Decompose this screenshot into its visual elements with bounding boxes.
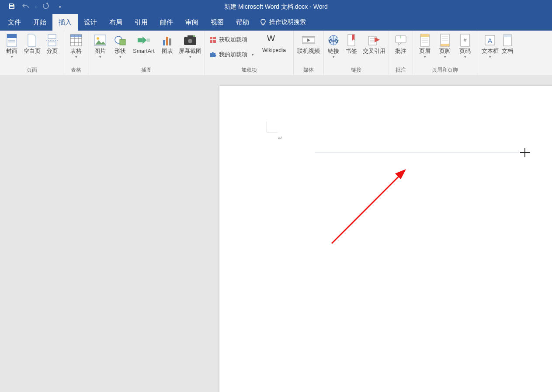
svg-rect-3 xyxy=(8,42,15,42)
tab-layout[interactable]: 布局 xyxy=(103,14,128,31)
svg-rect-28 xyxy=(302,37,315,38)
picture-icon xyxy=(93,33,107,47)
wikipedia-label: Wikipedia xyxy=(262,47,286,53)
svg-rect-16 xyxy=(169,38,171,45)
group-tables-label: 表格 xyxy=(66,65,86,75)
svg-rect-22 xyxy=(210,37,212,39)
puzzle-icon xyxy=(209,51,216,58)
svg-rect-15 xyxy=(166,37,168,45)
chevron-down-icon: ▾ xyxy=(119,55,122,59)
comment-icon: + xyxy=(394,33,408,47)
link-label: 链接 xyxy=(327,48,340,55)
svg-rect-38 xyxy=(441,44,449,46)
footer-label: 页脚 xyxy=(439,48,451,55)
chart-icon xyxy=(160,33,174,47)
group-text: A 文本框 ▾ 文档 xyxy=(477,31,516,75)
chevron-down-icon: ▾ xyxy=(489,55,491,59)
textbox-icon: A xyxy=(483,33,497,47)
bookmark-label: 书签 xyxy=(346,48,357,55)
svg-point-9 xyxy=(97,37,99,40)
ribbon-tabs: 文件 开始 插入 设计 布局 引用 邮件 审阅 视图 帮助 操作说明搜索 xyxy=(0,14,552,31)
table-button[interactable]: 表格 ▾ xyxy=(66,31,86,59)
group-links: 链接 ▾ 书签 交叉引用 链接 xyxy=(324,31,389,75)
cover-page-button[interactable]: 封面 ▾ xyxy=(2,31,22,59)
tab-help[interactable]: 帮助 xyxy=(230,14,255,31)
quick-parts-button[interactable]: 文档 xyxy=(501,31,514,55)
smartart-icon xyxy=(137,33,151,47)
header-button[interactable]: 页眉 ▾ xyxy=(415,31,435,59)
screenshot-button[interactable]: + 屏幕截图 ▾ xyxy=(177,31,203,59)
cover-page-label: 封面 xyxy=(6,48,17,55)
group-header-footer-label: 页眉和页脚 xyxy=(415,65,475,75)
picture-button[interactable]: 图片 ▾ xyxy=(90,31,110,59)
tell-me-search[interactable]: 操作说明搜索 xyxy=(255,14,306,31)
footer-button[interactable]: 页脚 ▾ xyxy=(435,31,455,59)
chevron-down-icon: ▾ xyxy=(75,55,77,59)
group-pages-label: 页面 xyxy=(2,65,62,75)
svg-rect-29 xyxy=(302,42,315,44)
get-addins-button[interactable]: 获取加载项 xyxy=(209,33,254,46)
chart-button[interactable]: 图表 xyxy=(157,31,177,55)
svg-rect-36 xyxy=(420,34,429,37)
smartart-button[interactable]: SmartArt xyxy=(130,31,157,55)
tab-insert[interactable]: 插入 xyxy=(52,14,78,31)
screenshot-label: 屏幕截图 xyxy=(179,48,201,55)
blank-page-button[interactable]: 空白页 xyxy=(22,31,42,55)
svg-rect-11 xyxy=(120,39,125,45)
group-comments: + 批注 批注 xyxy=(389,31,413,75)
page-break-icon xyxy=(45,33,59,47)
bookmark-icon xyxy=(344,33,358,47)
footer-icon xyxy=(438,33,452,47)
svg-text:A: A xyxy=(488,37,492,44)
margin-marker xyxy=(267,121,278,132)
group-addins: 获取加载项 我的加载项 ▾ W Wikipedia 加载项 xyxy=(205,31,294,75)
svg-rect-23 xyxy=(213,37,216,39)
online-video-button[interactable]: 联机视频 xyxy=(295,31,322,55)
shapes-button[interactable]: 形状 ▾ xyxy=(110,31,130,59)
tab-references[interactable]: 引用 xyxy=(128,14,154,31)
get-addins-label: 获取加载项 xyxy=(219,36,247,44)
document-name: 新建 Microsoft Word 文档.docx xyxy=(224,3,308,10)
chevron-down-icon: ▾ xyxy=(333,55,335,59)
page-break-button[interactable]: 分页 xyxy=(42,31,62,55)
table-icon xyxy=(69,33,83,47)
header-label: 页眉 xyxy=(419,48,430,55)
chevron-down-icon: ▾ xyxy=(424,55,426,59)
group-comments-label: 批注 xyxy=(391,65,411,75)
drawn-line-shape[interactable] xyxy=(315,153,519,153)
svg-rect-2 xyxy=(8,40,15,41)
wikipedia-button[interactable]: W Wikipedia xyxy=(257,31,292,53)
svg-point-18 xyxy=(188,39,192,43)
svg-rect-44 xyxy=(503,35,511,37)
store-icon xyxy=(209,36,216,43)
screenshot-icon: + xyxy=(183,33,197,47)
link-button[interactable]: 链接 ▾ xyxy=(326,31,341,59)
my-addins-label: 我的加载项 xyxy=(219,51,247,59)
textbox-label: 文本框 xyxy=(482,48,499,55)
cross-reference-button[interactable]: 交叉引用 xyxy=(361,31,387,55)
save-icon[interactable] xyxy=(7,3,17,11)
textbox-button[interactable]: A 文本框 ▾ xyxy=(479,31,501,59)
shapes-icon xyxy=(113,33,127,47)
addins-list: 获取加载项 我的加载项 ▾ xyxy=(207,31,257,61)
my-addins-button[interactable]: 我的加载项 ▾ xyxy=(209,48,254,61)
tab-file[interactable]: 文件 xyxy=(2,14,27,31)
svg-rect-4 xyxy=(48,35,56,38)
svg-rect-1 xyxy=(7,34,17,38)
tab-home[interactable]: 开始 xyxy=(27,14,52,31)
undo-icon[interactable] xyxy=(21,3,31,11)
qat-separator: · xyxy=(35,3,37,11)
page-number-button[interactable]: # 页码 ▾ xyxy=(455,31,475,59)
chevron-down-icon: ▾ xyxy=(99,55,101,59)
comment-button[interactable]: + 批注 xyxy=(391,31,411,55)
tab-mailings[interactable]: 邮件 xyxy=(154,14,179,31)
customize-qat-icon[interactable]: ▾ xyxy=(55,5,65,9)
picture-label: 图片 xyxy=(94,48,106,55)
link-icon xyxy=(326,33,340,47)
tab-design[interactable]: 设计 xyxy=(78,14,103,31)
tab-view[interactable]: 视图 xyxy=(205,14,230,31)
bookmark-button[interactable]: 书签 xyxy=(341,31,361,55)
tab-review[interactable]: 审阅 xyxy=(179,14,205,31)
redo-icon[interactable] xyxy=(41,3,51,11)
svg-rect-25 xyxy=(213,40,216,43)
